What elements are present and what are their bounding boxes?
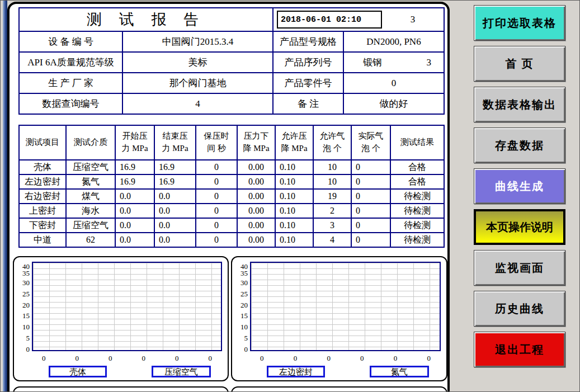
x-axis-tick: 0 xyxy=(142,354,146,363)
sidebar-button-page-help[interactable]: 本页操作说明 xyxy=(474,209,565,245)
info-value-extra: 3 xyxy=(427,57,432,68)
info-value: 4 xyxy=(122,93,273,114)
info-value: 美标 xyxy=(122,52,273,73)
info-label: 设 备 编 号 xyxy=(19,31,122,52)
info-label: 产品零件号 xyxy=(273,73,343,93)
report-info-table: 测 试 报 告 2018-06-01 02:10 3 设 备 编 号中国阀门20… xyxy=(18,7,445,115)
button-label: 退出工程 xyxy=(495,342,544,357)
test-cell: 下密封 xyxy=(19,218,66,233)
sidebar-button-monitor-screen[interactable]: 监视画面 xyxy=(474,250,565,286)
test-row: 上密封海水0.00.000.000.1020待检测 xyxy=(19,204,444,218)
test-cell: 0.10 xyxy=(275,218,313,233)
y-axis-tick: 20 xyxy=(233,302,248,309)
x-axis-tick: 0 xyxy=(42,354,46,363)
chart-plot-area xyxy=(250,262,441,351)
test-cell: 氮气 xyxy=(66,174,115,189)
test-cell: 0.10 xyxy=(275,174,313,189)
test-cell: 0 xyxy=(351,174,390,189)
trend-chart-left-seal: 4035302520151050000000左边密封氮气 xyxy=(231,256,447,381)
test-cell: 0.10 xyxy=(275,189,313,204)
test-cell: 2 xyxy=(313,204,351,218)
test-cell: 0 xyxy=(196,218,237,233)
test-cell: 0.00 xyxy=(237,204,275,218)
column-header: 测试介质 xyxy=(66,125,115,160)
x-axis-ticks: 000000 xyxy=(32,354,222,363)
datetime-cell: 2018-06-01 02:10 3 xyxy=(273,8,444,31)
datetime-value: 2018-06-01 02:10 xyxy=(281,15,361,25)
info-row: 生 产 厂 家那个阀门基地产品零件号0 xyxy=(19,73,444,93)
test-cell: 0.0 xyxy=(154,218,196,233)
chart-medium-label: 氮气 xyxy=(370,366,429,377)
sidebar-button-print-select-table[interactable]: 打印选取表格 xyxy=(474,5,565,41)
button-label: 存盘数据 xyxy=(495,138,544,153)
x-axis-tick: 0 xyxy=(427,354,431,363)
y-axis-tick: 35 xyxy=(15,270,30,277)
y-axis-tick: 30 xyxy=(15,280,30,286)
test-cell: 中道 xyxy=(19,233,66,247)
sidebar-button-curve-generate[interactable]: 曲线生成 xyxy=(474,168,565,204)
test-cell: 0.0 xyxy=(115,204,154,218)
trend-chart-partial-left: 4035302520151050000000 xyxy=(13,386,229,392)
y-axis-tick: 25 xyxy=(233,291,248,297)
test-cell: 16.9 xyxy=(115,174,154,189)
x-axis-tick: 0 xyxy=(175,354,179,363)
test-cell: 海水 xyxy=(66,204,115,218)
report-title-row: 测 试 报 告 2018-06-01 02:10 3 xyxy=(19,8,444,31)
test-cell: 19 xyxy=(313,189,351,204)
test-cell: 0.0 xyxy=(154,204,196,218)
info-row: API 6A质量规范等级美标产品序列号锻钢3 xyxy=(19,52,444,73)
y-axis-tick: 10 xyxy=(233,324,248,330)
window-edge-decoration xyxy=(3,1,7,392)
test-cell: 待检测 xyxy=(390,233,444,247)
test-row: 右边密封煤气0.00.000.000.10190待检测 xyxy=(19,189,444,204)
x-axis-tick: 0 xyxy=(76,354,79,363)
test-cell: 0.0 xyxy=(115,218,154,233)
chart-test-item-label: 左边密封 xyxy=(267,366,325,377)
test-cell: 0 xyxy=(351,160,390,174)
info-value: 中国阀门2015.3.4 xyxy=(122,31,273,52)
test-cell: 0.10 xyxy=(275,233,313,247)
x-axis-tick: 0 xyxy=(327,354,331,363)
test-cell: 0.10 xyxy=(275,204,313,218)
button-label: 历史曲线 xyxy=(495,301,544,317)
x-axis-ticks: 000000 xyxy=(250,354,441,363)
test-cell: 4 xyxy=(313,233,351,247)
test-cell: 16.9 xyxy=(154,160,196,174)
info-row: 设 备 编 号中国阀门2015.3.4产品型号规格DN2000, PN6 xyxy=(19,31,444,52)
chart-test-item-label: 壳体 xyxy=(49,366,107,377)
y-axis-tick: 25 xyxy=(15,291,30,297)
sidebar-button-history-curve[interactable]: 历史曲线 xyxy=(474,291,565,327)
sidebar-button-home[interactable]: 首 页 xyxy=(474,46,565,82)
info-value: 做的好 xyxy=(343,93,444,114)
column-header: 允许压 降 MPa xyxy=(275,125,313,160)
info-value: 0 xyxy=(343,73,444,93)
test-cell: 0.0 xyxy=(115,189,154,204)
info-label: 产品型号规格 xyxy=(273,31,343,52)
x-axis-tick: 0 xyxy=(360,354,364,363)
y-axis-tick: 10 xyxy=(15,324,30,330)
test-cell: 0 xyxy=(351,218,390,233)
info-value: 锻钢3 xyxy=(343,52,444,73)
test-cell: 0.00 xyxy=(237,174,275,189)
sidebar-button-data-table-export[interactable]: 数据表格输出 xyxy=(474,87,565,122)
info-value-text: 锻钢 xyxy=(363,56,382,69)
test-cell: 壳体 xyxy=(19,160,66,174)
column-header: 允许气 泡 个 xyxy=(313,125,351,160)
column-header: 测试项目 xyxy=(19,125,66,160)
test-row: 左边密封氮气16.916.900.000.10100合格 xyxy=(19,174,444,189)
y-axis-tick: 0 xyxy=(15,346,30,353)
sidebar: 打印选取表格首 页数据表格输出存盘数据曲线生成本页操作说明监视画面历史曲线退出工… xyxy=(474,5,565,367)
test-cell: 0 xyxy=(351,233,390,247)
test-results-table: 测试项目测试介质开始压 力 MPa结束压 力 MPa保压时 间 秒压力下 降 M… xyxy=(18,125,445,248)
x-axis-tick: 0 xyxy=(294,354,298,363)
y-axis-tick: 5 xyxy=(233,335,248,342)
test-cell: 0 xyxy=(196,160,237,174)
sidebar-button-exit-project[interactable]: 退出工程 xyxy=(474,332,565,367)
page-title: 测 试 报 告 xyxy=(19,8,273,31)
test-cell: 0.00 xyxy=(237,160,275,174)
y-axis-tick: 15 xyxy=(15,313,30,319)
button-label: 打印选取表格 xyxy=(483,16,557,31)
test-cell: 0.00 xyxy=(237,233,275,247)
test-cell: 0 xyxy=(351,189,390,204)
sidebar-button-save-data[interactable]: 存盘数据 xyxy=(474,127,565,163)
